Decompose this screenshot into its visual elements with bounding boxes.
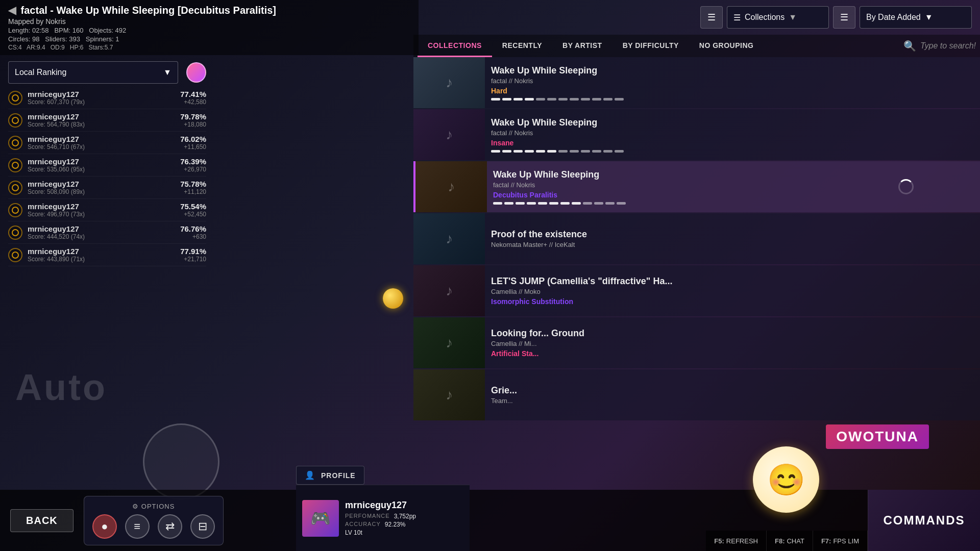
score-sub-4: Score: 508,090 (89x) [28,188,175,195]
song-card-0[interactable]: ♪ Wake Up While Sleeping factal // Nokri… [413,57,980,108]
score-circle-7 [8,248,22,262]
score-circle-5 [8,203,22,217]
mascot-body: 😊 [753,446,819,513]
tab-by-artist[interactable]: BY ARTIST [552,35,612,57]
song-card-info-6: Grie... Team... [485,381,980,409]
score-details-4: mrniceguy127 Score: 508,090 (89x) [28,180,175,195]
score-circle-2 [8,136,22,150]
player-stats: mrniceguy127 PERFOMANCE 3,752pp ACCURACY… [345,500,463,536]
song-info-panel: ◀ factal - Wake Up While Sleeping [Decub… [0,0,419,55]
song-cs-stats: CS:4 AR:9.4 OD:9 HP:6 Stars:5.7 [8,44,410,51]
songs-panel: ♪ Wake Up While Sleeping factal // Nokri… [413,57,980,551]
card-title-6: Grie... [491,385,974,396]
date-label: By Date Added [866,13,921,22]
song-card-info-5: Looking for... Ground Camellia // Mi... … [485,324,980,362]
fn-refresh[interactable]: F5:REFRESH [706,531,767,551]
score-right-2: 76.02% +11,650 [180,135,206,151]
tab-collections[interactable]: COLLECTIONS [418,35,492,57]
song-mapper: Mapped by Nokris [8,17,410,26]
score-sub-7: Score: 443,890 (71x) [28,256,175,263]
song-card-6[interactable]: ♪ Grie... Team... [413,369,980,420]
score-right-3: 76.39% +26,970 [180,157,206,173]
song-card-info-3: Proof of the existence Nekomata Master+ … [485,225,980,253]
song-card-5[interactable]: ♪ Looking for... Ground Camellia // Mi..… [413,317,980,368]
date-dropdown[interactable]: By Date Added ▼ [860,6,972,29]
score-item[interactable]: mrniceguy127 Score: 607,370 (79x) 77.41%… [8,87,206,109]
song-card-1[interactable]: ♪ Wake Up While Sleeping factal // Nokri… [413,109,980,160]
hp-stat: HP:6 [70,44,84,51]
score-name-5: mrniceguy127 [28,202,175,211]
option-btn-3[interactable]: ⇄ [158,514,182,539]
fn-chat[interactable]: F8:CHAT [767,531,813,551]
commands-label: COMMANDS [884,513,965,528]
score-item[interactable]: mrniceguy127 Score: 564,790 (83x) 79.78%… [8,109,206,132]
option-btn-4[interactable]: ⊟ [190,514,215,539]
score-item[interactable]: mrniceguy127 Score: 443,890 (71x) 77.91%… [8,244,206,266]
score-item[interactable]: mrniceguy127 Score: 546,710 (67x) 76.02%… [8,132,206,154]
option-btn-2[interactable]: ≡ [125,514,150,539]
collections-dropdown[interactable]: ☰ Collections ▼ [727,6,829,29]
top-controls: ☰ ☰ Collections ▼ ☰ By Date Added ▼ [419,6,980,29]
mascot-face: 😊 [767,462,805,498]
song-card-3[interactable]: ♪ Proof of the existence Nekomata Master… [413,213,980,264]
profile-bar[interactable]: 👤 PROFILE [296,466,364,485]
score-details-3: mrniceguy127 Score: 535,060 (95x) [28,157,175,173]
tab-by-difficulty[interactable]: BY DIFFICULTY [612,35,689,57]
song-stats: Length: 02:58 BPM: 160 Objects: 492 [8,27,410,34]
options-area: ⚙ OPTIONS ● ≡ ⇄ ⊟ [84,496,224,545]
card-artist-5: Camellia // Mi... [491,340,974,347]
score-item[interactable]: mrniceguy127 Score: 508,090 (89x) 75.78%… [8,177,206,199]
player-avatar-icon[interactable] [186,62,206,83]
date-sort-icon-button[interactable]: ☰ [833,6,855,29]
diff-dots-1 [491,150,974,153]
card-artist-0: factal // Nokris [491,77,974,85]
score-pct-2: 76.02% [180,135,206,143]
score-right-5: 75.54% +52,450 [180,202,206,218]
score-name-7: mrniceguy127 [28,247,175,256]
song-card-4[interactable]: ♪ LET'S JUMP (Camellia's "diffractive" H… [413,265,980,316]
sliders-count: Sliders: 393 [45,35,80,43]
score-item[interactable]: mrniceguy127 Score: 444,520 (74x) 76.76%… [8,221,206,244]
score-item[interactable]: mrniceguy127 Score: 496,970 (73x) 75.54%… [8,199,206,221]
sort-icon-button[interactable]: ☰ [700,6,723,29]
song-circles: Circles: 98 Sliders: 393 Spinners: 1 [8,35,410,43]
back-arrow-icon: ◀ [8,5,16,16]
search-placeholder: Type to search! [920,41,976,51]
score-pct-1: 79.78% [180,112,206,121]
score-details-2: mrniceguy127 Score: 546,710 (67x) [28,135,175,151]
mascot: 😊 [745,439,827,520]
collections-arrow-icon: ▼ [789,13,797,22]
card-title-1: Wake Up While Sleeping [491,117,974,128]
score-sub-3: Score: 535,060 (95x) [28,166,175,173]
option-btn-1[interactable]: ● [92,514,117,539]
accuracy-value: 92.23% [385,521,406,528]
player-bottom: 🎮 mrniceguy127 PERFOMANCE 3,752pp ACCURA… [296,485,470,551]
fn-fps[interactable]: F7:FPS LIM [813,531,868,551]
nav-tabs: COLLECTIONS RECENTLY BY ARTIST BY DIFFIC… [413,35,980,57]
ranking-area: Local Ranking ▼ [0,61,214,84]
tab-recently[interactable]: RECENTLY [492,35,552,57]
search-area[interactable]: 🔍 Type to search! [903,40,976,52]
score-details-7: mrniceguy127 Score: 443,890 (71x) [28,247,175,263]
tab-no-grouping[interactable]: NO GROUPING [689,35,764,57]
collections-icon: ☰ [733,13,741,22]
card-title-4: LET'S JUMP (Camellia's "diffractive" Ha.… [491,276,974,287]
score-right-0: 77.41% +42,580 [180,90,206,106]
back-button[interactable]: BACK [10,509,74,532]
commands-panel[interactable]: COMMANDS [868,490,980,551]
card-diff-0: Hard [491,87,974,95]
date-sort-icon: ☰ [840,12,848,23]
search-icon: 🔍 [903,40,916,52]
song-card-2[interactable]: ♪ Wake Up While Sleeping factal // Nokri… [413,161,980,212]
score-list: mrniceguy127 Score: 607,370 (79x) 77.41%… [0,87,214,266]
song-thumb-1: ♪ [413,109,485,160]
score-name-6: mrniceguy127 [28,224,175,233]
sort-icon: ☰ [707,12,716,23]
score-item[interactable]: mrniceguy127 Score: 535,060 (95x) 76.39%… [8,154,206,177]
score-sub-5: Score: 496,970 (73x) [28,211,175,218]
local-ranking-dropdown[interactable]: Local Ranking ▼ [8,61,178,84]
score-pct-3: 76.39% [180,157,206,166]
options-icons: ● ≡ ⇄ ⊟ [92,514,215,539]
spinner-circle [143,423,219,500]
card-diff-5: Artificial Sta... [491,349,974,358]
